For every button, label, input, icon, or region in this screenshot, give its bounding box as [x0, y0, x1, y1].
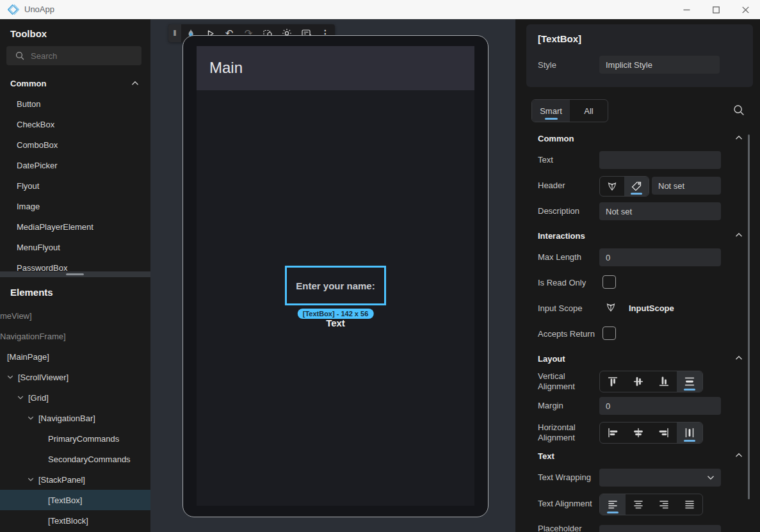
textbox-text: Enter your name:	[296, 280, 375, 291]
description-label: Description	[538, 206, 579, 216]
text-alignment-group	[599, 494, 703, 515]
stretch-vertical-icon[interactable]	[677, 371, 702, 392]
align-right-icon[interactable]	[651, 423, 677, 443]
close-button[interactable]	[731, 0, 760, 19]
input-scope-value[interactable]: InputScope	[629, 303, 674, 313]
text-wrapping-label: Text Wrapping	[538, 472, 591, 482]
tree-item-primarycommands[interactable]: PrimaryCommands	[0, 428, 150, 449]
tree-item-navigationbar[interactable]: [NavigationBar]	[0, 408, 150, 428]
vertical-alignment-group	[599, 371, 703, 392]
toolbox-item-mediaplayerelement[interactable]: MediaPlayerElement	[0, 217, 150, 238]
header-property-label: Header	[538, 181, 565, 190]
accepts-return-checkbox[interactable]	[602, 326, 616, 340]
toolbox-item-checkbox[interactable]: CheckBox	[0, 115, 150, 135]
section-text-title[interactable]: Text	[538, 451, 554, 461]
toolbox-item-image[interactable]: Image	[0, 197, 150, 217]
tag-icon[interactable]	[624, 177, 649, 196]
tree-item-textbox-selected[interactable]: [TextBox]	[0, 490, 150, 510]
align-bottom-icon[interactable]	[651, 371, 677, 392]
chevron-up-icon[interactable]	[131, 81, 139, 86]
placeholder-input[interactable]	[599, 525, 721, 532]
maximize-button[interactable]	[701, 0, 731, 19]
text-align-justify-icon[interactable]	[677, 494, 702, 515]
binding-icon[interactable]	[600, 177, 624, 196]
property-inspector: [TextBox] Style Implicit Style Smart All…	[515, 19, 760, 532]
device-screen[interactable]: Main Enter your name: [TextBox] - 142 x …	[197, 46, 474, 506]
align-center-horizontal-icon[interactable]	[626, 423, 651, 443]
inspector-scrollbar[interactable]	[748, 134, 750, 499]
header-value-field[interactable]: Not set	[652, 177, 721, 195]
chevron-down-icon[interactable]	[28, 415, 34, 421]
toolbox-section-common[interactable]: Common	[10, 79, 46, 88]
section-common-title[interactable]: Common	[538, 134, 574, 143]
tree-item-scrollviewer[interactable]: [ScrollViewer]	[0, 367, 150, 387]
stretch-horizontal-icon[interactable]	[677, 423, 702, 443]
max-length-label: Max Length	[538, 252, 581, 262]
toolbox-item-combobox[interactable]: ComboBox	[0, 135, 150, 156]
align-left-icon[interactable]	[600, 423, 626, 443]
tree-item-grid[interactable]: [Grid]	[0, 387, 150, 408]
title-bar: UnoApp	[0, 0, 760, 19]
tree-item-stackpanel[interactable]: [StackPanel]	[0, 469, 150, 490]
toolbox-item-menuflyout[interactable]: MenuFlyout	[0, 238, 150, 258]
is-read-only-checkbox[interactable]	[602, 275, 616, 289]
margin-label: Margin	[538, 401, 563, 410]
text-property-input[interactable]	[599, 151, 721, 169]
toolbar-drag-handle[interactable]: ‖	[168, 24, 181, 42]
chevron-up-icon[interactable]	[735, 453, 743, 458]
margin-input[interactable]: 0	[599, 397, 721, 415]
canvas-textbox-selected[interactable]: Enter your name:	[285, 266, 386, 305]
text-wrapping-select[interactable]	[599, 469, 721, 487]
text-align-left-icon[interactable]	[600, 494, 626, 515]
chevron-down-icon	[707, 475, 715, 480]
style-value-field[interactable]: Implicit Style	[599, 56, 720, 74]
tree-item-frameview[interactable]: meView]	[0, 305, 150, 326]
tab-smart[interactable]: Smart	[532, 100, 570, 122]
search-input[interactable]	[31, 51, 127, 61]
tree-item-navigationframe[interactable]: NavigationFrame]	[0, 326, 150, 346]
accepts-return-label: Accepts Return	[538, 329, 595, 339]
chevron-up-icon[interactable]	[735, 135, 743, 140]
toolbox-item-button[interactable]: Button	[0, 94, 150, 115]
tab-all[interactable]: All	[570, 100, 608, 122]
property-tabs: Smart All	[531, 99, 608, 122]
toolbox-horizontal-scrollbar[interactable]	[0, 271, 150, 277]
selected-element-title: [TextBox]	[538, 33, 581, 44]
design-canvas[interactable]: ‖ ↶ ↷	[150, 19, 515, 532]
navigation-bar[interactable]: Main	[197, 46, 474, 90]
binding-icon[interactable]	[605, 302, 617, 313]
canvas-textblock[interactable]: Text	[197, 318, 474, 328]
max-length-input[interactable]: 0	[599, 248, 721, 266]
section-interactions-title[interactable]: Interactions	[538, 231, 585, 241]
description-value-field[interactable]: Not set	[599, 202, 721, 220]
chevron-down-icon[interactable]	[17, 395, 24, 400]
style-label: Style	[538, 60, 556, 70]
minimize-button[interactable]	[672, 0, 701, 19]
chevron-up-icon[interactable]	[735, 232, 743, 238]
page-title: Main	[209, 59, 243, 77]
toolbox-search[interactable]	[6, 46, 141, 65]
text-align-right-icon[interactable]	[651, 494, 677, 515]
toolbox-item-datepicker[interactable]: DatePicker	[0, 156, 150, 176]
align-center-vertical-icon[interactable]	[626, 371, 651, 392]
text-align-center-icon[interactable]	[626, 494, 651, 515]
tree-item-mainpage[interactable]: [MainPage]	[0, 346, 150, 367]
section-layout-title[interactable]: Layout	[538, 354, 565, 364]
tree-item-secondarycommands[interactable]: SecondaryCommands	[0, 449, 150, 469]
toolbox-item-flyout[interactable]: Flyout	[0, 176, 150, 197]
toolbox-item-list: Button CheckBox ComboBox DatePicker Flyo…	[0, 94, 150, 278]
tree-item-textblock[interactable]: [TextBlock]	[0, 510, 150, 531]
text-alignment-label: Text Alignment	[538, 499, 592, 508]
chevron-down-icon[interactable]	[28, 477, 34, 482]
app-title: UnoApp	[24, 4, 54, 14]
selected-element-card: [TextBox] Style Implicit Style	[526, 24, 753, 87]
placeholder-label: Placeholder	[538, 524, 582, 532]
app-window: UnoApp Toolbox Common B	[0, 0, 760, 532]
elements-tree: meView] NavigationFrame] [MainPage] [Scr…	[0, 305, 150, 531]
toolbox-title: Toolbox	[10, 28, 47, 39]
horizontal-alignment-label: Horizontal Alignment	[538, 423, 584, 443]
property-search-icon[interactable]	[733, 104, 745, 116]
align-top-icon[interactable]	[600, 371, 626, 392]
chevron-up-icon[interactable]	[735, 355, 743, 360]
chevron-down-icon[interactable]	[7, 375, 13, 380]
